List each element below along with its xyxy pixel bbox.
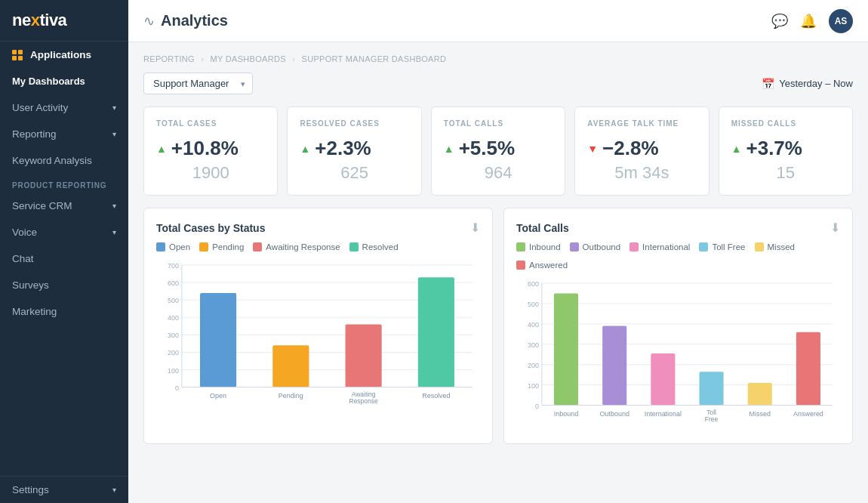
kpi-card-total-cases: TOTAL CASES ▲ +10.8% 1900 [143,106,278,196]
sidebar-item-surveys[interactable]: Surveys [0,272,128,298]
kpi-percent: −2.8% [602,137,658,160]
chevron-icon: ▾ [112,103,116,112]
sidebar-item-my-dashboards[interactable]: My Dashboards [0,68,128,94]
svg-text:700: 700 [168,262,179,270]
sidebar-item-applications[interactable]: Applications [0,42,128,68]
sidebar-item-service-crm[interactable]: Service CRM ▾ [0,193,128,219]
svg-rect-42 [602,326,626,406]
kpi-arrow-icon: ▲ [731,143,742,155]
legend-item: Toll Free [699,242,745,252]
sidebar-item-voice[interactable]: Voice ▾ [0,219,128,245]
sidebar-item-marketing[interactable]: Marketing [0,298,128,325]
svg-text:0: 0 [535,403,539,410]
chart-cases-title: Total Cases by Status [156,222,265,234]
sidebar-item-keyword-analysis[interactable]: Keyword Analysis [0,147,128,174]
legend-item: Inbound [516,242,561,252]
svg-text:200: 200 [168,349,179,356]
svg-text:100: 100 [528,382,539,390]
logo: nextiva [0,0,128,42]
kpi-value: 964 [444,163,553,183]
chart-cases: Total Cases by Status ⬇ OpenPendingAwait… [143,208,493,444]
topbar: ∿ Analytics 💬 🔔 AS [128,0,868,42]
svg-rect-18 [272,345,309,387]
sidebar-item-user-activity[interactable]: User Activity ▾ [0,94,128,121]
svg-text:0: 0 [175,384,179,392]
chart-cases-svg: 0100200300400500600700OpenPendingAwaitin… [156,259,480,413]
kpi-arrow-icon: ▲ [156,143,167,155]
sidebar-item-settings[interactable]: Settings ▾ [0,477,128,503]
kpi-label: TOTAL CALLS [444,119,553,128]
kpi-arrow-icon: ▲ [300,143,310,155]
chevron-icon: ▾ [112,228,116,236]
toolbar: Support Manager 📅 Yesterday – Now [143,73,853,94]
svg-text:300: 300 [168,332,179,339]
kpi-label: RESOLVED CASES [300,119,408,128]
kpi-change: ▲ +10.8% [156,137,265,160]
svg-text:500: 500 [528,301,539,308]
sidebar-nav: Applications My Dashboards User Activity… [0,42,128,476]
sidebar-item-reporting[interactable]: Reporting ▾ [0,121,128,147]
analytics-icon: ∿ [143,13,155,29]
topbar-actions: 💬 🔔 AS [771,9,853,33]
legend-dot [253,242,262,252]
avatar[interactable]: AS [829,9,853,33]
legend-item: Resolved [349,242,399,252]
chart-calls-svg: 0100200300400500600InboundOutboundIntern… [516,277,840,431]
chart-cases-legend: OpenPendingAwaiting ResponseResolved [156,242,480,252]
chart-calls-title: Total Calls [516,222,569,234]
kpi-label: TOTAL CASES [156,119,265,128]
svg-rect-16 [200,293,236,387]
legend-item: International [629,242,690,252]
kpi-card-total-calls: TOTAL CALLS ▲ +5.5% 964 [431,106,565,196]
svg-text:500: 500 [168,297,179,304]
kpi-percent: +2.3% [315,137,371,160]
breadcrumb: REPORTING › MY DASHBOARDS › SUPPORT MANA… [143,54,853,63]
main-content: ∿ Analytics 💬 🔔 AS REPORTING › MY DASHBO… [128,0,868,503]
svg-rect-48 [748,383,772,406]
legend-dot [516,242,525,252]
kpi-change: ▼ −2.8% [587,137,696,160]
svg-text:Missed: Missed [749,410,771,418]
kpi-value: 1900 [156,163,265,183]
svg-text:Open: Open [210,392,226,400]
kpi-percent: +5.5% [459,137,515,160]
legend-item: Missed [755,242,795,252]
page-title: Analytics [161,12,228,29]
chat-icon[interactable]: 💬 [771,13,788,29]
svg-rect-22 [418,277,454,387]
legend-item: Outbound [570,242,621,252]
chart-cases-expand-icon[interactable]: ⬇ [470,221,480,235]
chevron-icon: ▾ [112,486,116,494]
kpi-label: MISSED CALLS [731,119,840,128]
notification-icon[interactable]: 🔔 [800,13,817,29]
kpi-card-resolved-cases: RESOLVED CASES ▲ +2.3% 625 [287,106,421,196]
svg-rect-40 [554,293,578,405]
legend-dot [199,242,208,252]
legend-dot [570,242,579,252]
grid-icon [12,50,23,60]
kpi-arrow-icon: ▲ [444,143,454,155]
chart-calls-header: Total Calls ⬇ [516,221,840,235]
legend-dot [629,242,639,252]
dashboard-select[interactable]: Support Manager [143,73,253,94]
svg-text:Answered: Answered [793,410,823,418]
svg-text:600: 600 [168,279,179,287]
kpi-change: ▲ +5.5% [444,137,553,160]
svg-rect-46 [700,372,724,405]
sidebar-footer: Settings ▾ [0,476,128,503]
svg-text:International: International [645,410,682,418]
chevron-icon: ▾ [112,202,116,210]
kpi-card-avg-talk-time: AVERAGE TALK TIME ▼ −2.8% 5m 34s [574,106,709,196]
sidebar-item-chat[interactable]: Chat [0,245,128,272]
dashboard-select-wrapper[interactable]: Support Manager [143,73,253,94]
chart-calls-expand-icon[interactable]: ⬇ [830,221,840,235]
svg-text:Inbound: Inbound [554,410,578,418]
svg-text:600: 600 [528,280,539,288]
svg-text:Outbound: Outbound [599,410,629,418]
svg-text:300: 300 [528,341,539,349]
product-reporting-label: PRODUCT REPORTING [0,174,128,193]
date-range[interactable]: 📅 Yesterday – Now [762,78,853,90]
kpi-value: 15 [731,163,840,183]
svg-rect-44 [651,353,675,406]
svg-text:AwaitingResponse: AwaitingResponse [349,390,378,405]
